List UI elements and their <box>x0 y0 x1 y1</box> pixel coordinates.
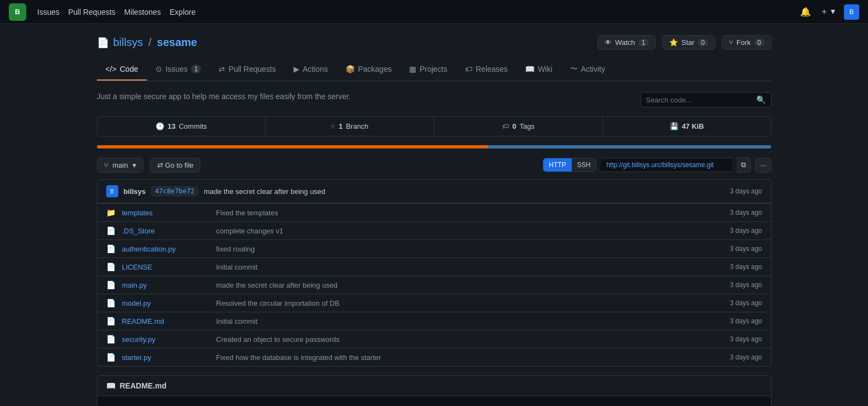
search-code-input[interactable] <box>646 96 753 104</box>
size-value: 47 KiB <box>682 122 704 130</box>
repo-name-link[interactable]: sesame <box>157 36 197 49</box>
size-stat[interactable]: 💾 47 KiB <box>603 117 771 136</box>
add-button[interactable]: ＋ ▾ <box>820 6 835 18</box>
fork-count: 0 <box>754 39 764 47</box>
tags-label: Tags <box>520 122 534 130</box>
file-icon: 📄 <box>106 353 116 362</box>
branch-selector-button[interactable]: ⑂ main ▾ <box>97 158 143 173</box>
search-icon: 🔍 <box>756 95 766 104</box>
main-content: 📄 billsys / sesame 👁 Watch 1 ⭐ Star 0 ⑂ … <box>84 24 785 406</box>
repo-tabs: </> Code ⊙ Issues 1 ⇄ Pull Requests ▶ Ac… <box>97 59 772 81</box>
releases-icon: 🏷 <box>465 65 473 73</box>
branch-icon: ⑂ <box>331 122 335 130</box>
actions-icon: ▶ <box>294 65 300 73</box>
disk-icon: 💾 <box>670 122 679 130</box>
table-row[interactable]: 📄 README.md Initial commit 3 days ago <box>97 312 771 330</box>
star-count: 0 <box>698 39 708 47</box>
file-commit-msg: Initial commit <box>216 263 723 271</box>
tab-pull-requests[interactable]: ⇄ Pull Requests <box>210 59 284 81</box>
readme-title: README.md <box>120 381 167 390</box>
file-name-link[interactable]: .DS_Store <box>122 227 210 235</box>
repo-description: Just a simple secure app to help me acce… <box>97 92 351 101</box>
tab-releases[interactable]: 🏷 Releases <box>456 59 516 81</box>
repo-owner-link[interactable]: billsys <box>113 36 143 49</box>
file-icon: 📄 <box>106 281 116 289</box>
clone-copy-button[interactable]: ⧉ <box>737 157 751 173</box>
file-icon: 📄 <box>106 226 116 235</box>
user-avatar[interactable]: B <box>844 4 859 20</box>
stats-bar: 🕐 13 Commits ⑂ 1 Branch 🏷 0 Tags 💾 47 Ki… <box>97 116 772 136</box>
file-name-link[interactable]: starter.py <box>122 353 210 362</box>
tab-actions[interactable]: ▶ Actions <box>285 59 337 81</box>
watch-label: Watch <box>615 38 635 47</box>
table-row[interactable]: 📄 authentication.py fixed routing 3 days… <box>97 239 771 258</box>
nav-issues[interactable]: Issues <box>37 8 59 16</box>
app-logo[interactable]: B <box>9 3 26 21</box>
commit-message: made the secret clear after being used <box>204 187 325 196</box>
pr-icon: ⇄ <box>219 65 225 73</box>
file-name-link[interactable]: main.py <box>122 281 210 289</box>
readme-section: 📖 README.md <box>97 375 772 406</box>
file-time: 3 days ago <box>730 335 762 343</box>
tab-activity[interactable]: 〜 Activity <box>561 59 614 81</box>
fork-label: Fork <box>737 38 751 47</box>
table-row[interactable]: 📄 model.py Resolved the circular importa… <box>97 294 771 312</box>
packages-icon: 📦 <box>346 65 355 73</box>
nav-milestones[interactable]: Milestones <box>124 8 161 16</box>
star-icon: ⭐ <box>669 38 678 47</box>
commits-stat[interactable]: 🕐 13 Commits <box>97 117 266 136</box>
table-row[interactable]: 📄 starter.py Fixed how the database is i… <box>97 348 771 366</box>
commit-time: 3 days ago <box>730 187 762 195</box>
star-button[interactable]: ⭐ Star 0 <box>662 35 715 50</box>
projects-icon: ▦ <box>409 65 416 73</box>
search-code-wrapper: 🔍 <box>640 92 772 107</box>
go-to-file-button[interactable]: ⇄ Go to file <box>150 158 201 173</box>
lang-other-bar <box>488 145 771 148</box>
file-commit-msg: Resolved the circular importation of DB <box>216 299 723 307</box>
file-name-link[interactable]: templates <box>122 209 210 217</box>
current-branch: main <box>113 161 128 169</box>
file-name-link[interactable]: security.py <box>122 335 210 344</box>
clone-more-button[interactable]: ··· <box>755 158 771 173</box>
table-row[interactable]: 📄 main.py made the secret clear after be… <box>97 276 771 294</box>
table-row[interactable]: 📁 templates Fixed the templates 3 days a… <box>97 203 771 221</box>
latest-commit-row: B billsys 47c8e7be72 made the secret cle… <box>97 179 772 203</box>
nav-pull-requests[interactable]: Pull Requests <box>68 8 115 16</box>
http-button[interactable]: HTTP <box>543 158 571 171</box>
issues-badge: 1 <box>191 65 202 73</box>
fork-button[interactable]: ⑂ Fork 0 <box>722 35 772 50</box>
file-time: 3 days ago <box>730 299 762 307</box>
table-row[interactable]: 📄 .DS_Store complete changes v1 3 days a… <box>97 221 771 239</box>
file-icon: 📄 <box>106 317 116 325</box>
tab-packages[interactable]: 📦 Packages <box>337 59 400 81</box>
file-name-link[interactable]: model.py <box>122 299 210 307</box>
nav-explore[interactable]: Explore <box>170 8 196 16</box>
file-time: 3 days ago <box>730 227 762 235</box>
file-icon: 📄 <box>106 262 116 271</box>
branches-label: Branch <box>346 122 369 130</box>
tags-stat[interactable]: 🏷 0 Tags <box>434 117 603 136</box>
file-name-link[interactable]: LICENSE <box>122 263 210 271</box>
clone-url-input[interactable] <box>601 158 732 172</box>
commits-label: Commits <box>179 122 206 130</box>
file-commit-msg: Created an object to secure passwords <box>216 335 723 344</box>
file-name-link[interactable]: authentication.py <box>122 245 210 253</box>
table-row[interactable]: 📄 LICENSE Initial commit 3 days ago <box>97 258 771 276</box>
compare-icon: ⇄ <box>157 161 163 169</box>
commit-hash[interactable]: 47c8e7be72 <box>151 186 198 196</box>
tab-code[interactable]: </> Code <box>97 59 147 81</box>
watch-button[interactable]: 👁 Watch 1 <box>597 35 656 50</box>
branches-stat[interactable]: ⑂ 1 Branch <box>266 117 434 136</box>
tab-projects[interactable]: ▦ Projects <box>400 59 456 81</box>
fork-icon: ⑂ <box>729 38 733 47</box>
notifications-button[interactable]: 🔔 <box>800 7 811 17</box>
file-time: 3 days ago <box>730 263 762 271</box>
ssh-button[interactable]: SSH <box>572 158 596 171</box>
file-icon: 📄 <box>106 244 116 253</box>
file-time: 3 days ago <box>730 353 762 361</box>
file-name-link[interactable]: README.md <box>122 317 210 325</box>
tab-wiki[interactable]: 📖 Wiki <box>516 59 561 81</box>
tab-issues[interactable]: ⊙ Issues 1 <box>147 59 210 81</box>
table-row[interactable]: 📄 security.py Created an object to secur… <box>97 330 771 348</box>
commit-author-name[interactable]: billsys <box>124 187 146 196</box>
